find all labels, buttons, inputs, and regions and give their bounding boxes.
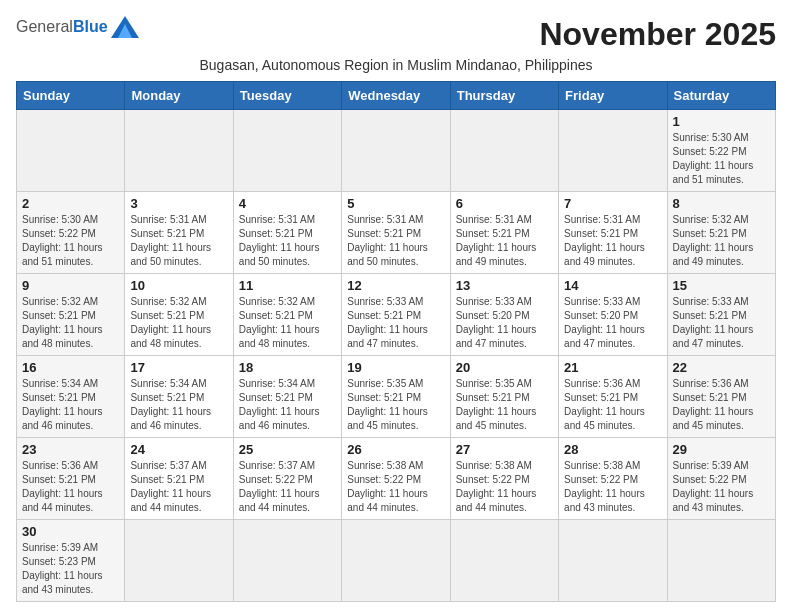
day-number: 23 xyxy=(22,442,119,457)
calendar-week-row: 2Sunrise: 5:30 AM Sunset: 5:22 PM Daylig… xyxy=(17,192,776,274)
day-number: 2 xyxy=(22,196,119,211)
logo-icon xyxy=(111,16,139,38)
day-info: Sunrise: 5:34 AM Sunset: 5:21 PM Dayligh… xyxy=(130,377,227,433)
day-info: Sunrise: 5:31 AM Sunset: 5:21 PM Dayligh… xyxy=(130,213,227,269)
day-info: Sunrise: 5:32 AM Sunset: 5:21 PM Dayligh… xyxy=(673,213,770,269)
day-number: 30 xyxy=(22,524,119,539)
day-info: Sunrise: 5:31 AM Sunset: 5:21 PM Dayligh… xyxy=(456,213,553,269)
day-info: Sunrise: 5:31 AM Sunset: 5:21 PM Dayligh… xyxy=(347,213,444,269)
calendar-day-9: 9Sunrise: 5:32 AM Sunset: 5:21 PM Daylig… xyxy=(17,274,125,356)
calendar-header-thursday: Thursday xyxy=(450,82,558,110)
day-info: Sunrise: 5:34 AM Sunset: 5:21 PM Dayligh… xyxy=(22,377,119,433)
day-number: 27 xyxy=(456,442,553,457)
day-number: 24 xyxy=(130,442,227,457)
calendar-day-25: 25Sunrise: 5:37 AM Sunset: 5:22 PM Dayli… xyxy=(233,438,341,520)
day-number: 11 xyxy=(239,278,336,293)
day-number: 8 xyxy=(673,196,770,211)
calendar-empty-cell xyxy=(17,110,125,192)
day-info: Sunrise: 5:36 AM Sunset: 5:21 PM Dayligh… xyxy=(673,377,770,433)
day-number: 21 xyxy=(564,360,661,375)
day-number: 7 xyxy=(564,196,661,211)
calendar-day-26: 26Sunrise: 5:38 AM Sunset: 5:22 PM Dayli… xyxy=(342,438,450,520)
day-info: Sunrise: 5:33 AM Sunset: 5:20 PM Dayligh… xyxy=(456,295,553,351)
day-info: Sunrise: 5:37 AM Sunset: 5:21 PM Dayligh… xyxy=(130,459,227,515)
calendar-day-17: 17Sunrise: 5:34 AM Sunset: 5:21 PM Dayli… xyxy=(125,356,233,438)
day-number: 13 xyxy=(456,278,553,293)
day-info: Sunrise: 5:36 AM Sunset: 5:21 PM Dayligh… xyxy=(22,459,119,515)
day-number: 18 xyxy=(239,360,336,375)
day-info: Sunrise: 5:31 AM Sunset: 5:21 PM Dayligh… xyxy=(239,213,336,269)
day-number: 16 xyxy=(22,360,119,375)
subtitle: Bugasan, Autonomous Region in Muslim Min… xyxy=(16,57,776,73)
calendar-header-monday: Monday xyxy=(125,82,233,110)
day-info: Sunrise: 5:37 AM Sunset: 5:22 PM Dayligh… xyxy=(239,459,336,515)
month-title: November 2025 xyxy=(539,16,776,53)
day-info: Sunrise: 5:39 AM Sunset: 5:23 PM Dayligh… xyxy=(22,541,119,597)
day-number: 28 xyxy=(564,442,661,457)
day-number: 10 xyxy=(130,278,227,293)
calendar-empty-cell xyxy=(450,110,558,192)
calendar-day-12: 12Sunrise: 5:33 AM Sunset: 5:21 PM Dayli… xyxy=(342,274,450,356)
logo-general-text: General xyxy=(16,18,73,36)
calendar-day-1: 1Sunrise: 5:30 AM Sunset: 5:22 PM Daylig… xyxy=(667,110,775,192)
day-info: Sunrise: 5:33 AM Sunset: 5:21 PM Dayligh… xyxy=(347,295,444,351)
calendar-empty-cell xyxy=(667,520,775,602)
calendar-day-27: 27Sunrise: 5:38 AM Sunset: 5:22 PM Dayli… xyxy=(450,438,558,520)
calendar-day-19: 19Sunrise: 5:35 AM Sunset: 5:21 PM Dayli… xyxy=(342,356,450,438)
calendar-empty-cell xyxy=(233,520,341,602)
day-info: Sunrise: 5:33 AM Sunset: 5:20 PM Dayligh… xyxy=(564,295,661,351)
calendar-empty-cell xyxy=(559,110,667,192)
day-info: Sunrise: 5:32 AM Sunset: 5:21 PM Dayligh… xyxy=(239,295,336,351)
calendar-day-24: 24Sunrise: 5:37 AM Sunset: 5:21 PM Dayli… xyxy=(125,438,233,520)
calendar-day-21: 21Sunrise: 5:36 AM Sunset: 5:21 PM Dayli… xyxy=(559,356,667,438)
calendar-header-tuesday: Tuesday xyxy=(233,82,341,110)
calendar-week-row: 16Sunrise: 5:34 AM Sunset: 5:21 PM Dayli… xyxy=(17,356,776,438)
header: General Blue November 2025 xyxy=(16,16,776,53)
day-info: Sunrise: 5:35 AM Sunset: 5:21 PM Dayligh… xyxy=(347,377,444,433)
day-number: 14 xyxy=(564,278,661,293)
day-number: 5 xyxy=(347,196,444,211)
calendar-day-16: 16Sunrise: 5:34 AM Sunset: 5:21 PM Dayli… xyxy=(17,356,125,438)
day-number: 6 xyxy=(456,196,553,211)
day-number: 20 xyxy=(456,360,553,375)
calendar-empty-cell xyxy=(450,520,558,602)
calendar-day-30: 30Sunrise: 5:39 AM Sunset: 5:23 PM Dayli… xyxy=(17,520,125,602)
day-info: Sunrise: 5:38 AM Sunset: 5:22 PM Dayligh… xyxy=(456,459,553,515)
day-number: 4 xyxy=(239,196,336,211)
calendar-day-3: 3Sunrise: 5:31 AM Sunset: 5:21 PM Daylig… xyxy=(125,192,233,274)
day-number: 1 xyxy=(673,114,770,129)
day-info: Sunrise: 5:32 AM Sunset: 5:21 PM Dayligh… xyxy=(22,295,119,351)
day-number: 29 xyxy=(673,442,770,457)
day-info: Sunrise: 5:33 AM Sunset: 5:21 PM Dayligh… xyxy=(673,295,770,351)
calendar-day-10: 10Sunrise: 5:32 AM Sunset: 5:21 PM Dayli… xyxy=(125,274,233,356)
calendar-day-6: 6Sunrise: 5:31 AM Sunset: 5:21 PM Daylig… xyxy=(450,192,558,274)
calendar-week-row: 9Sunrise: 5:32 AM Sunset: 5:21 PM Daylig… xyxy=(17,274,776,356)
calendar-day-29: 29Sunrise: 5:39 AM Sunset: 5:22 PM Dayli… xyxy=(667,438,775,520)
calendar-day-8: 8Sunrise: 5:32 AM Sunset: 5:21 PM Daylig… xyxy=(667,192,775,274)
day-info: Sunrise: 5:38 AM Sunset: 5:22 PM Dayligh… xyxy=(564,459,661,515)
calendar-empty-cell xyxy=(559,520,667,602)
calendar-header-saturday: Saturday xyxy=(667,82,775,110)
calendar-day-13: 13Sunrise: 5:33 AM Sunset: 5:20 PM Dayli… xyxy=(450,274,558,356)
calendar-week-row: 30Sunrise: 5:39 AM Sunset: 5:23 PM Dayli… xyxy=(17,520,776,602)
day-info: Sunrise: 5:36 AM Sunset: 5:21 PM Dayligh… xyxy=(564,377,661,433)
calendar-header-sunday: Sunday xyxy=(17,82,125,110)
day-info: Sunrise: 5:34 AM Sunset: 5:21 PM Dayligh… xyxy=(239,377,336,433)
calendar-day-11: 11Sunrise: 5:32 AM Sunset: 5:21 PM Dayli… xyxy=(233,274,341,356)
day-info: Sunrise: 5:32 AM Sunset: 5:21 PM Dayligh… xyxy=(130,295,227,351)
calendar-day-15: 15Sunrise: 5:33 AM Sunset: 5:21 PM Dayli… xyxy=(667,274,775,356)
calendar-day-20: 20Sunrise: 5:35 AM Sunset: 5:21 PM Dayli… xyxy=(450,356,558,438)
calendar-header-row: SundayMondayTuesdayWednesdayThursdayFrid… xyxy=(17,82,776,110)
calendar-empty-cell xyxy=(125,520,233,602)
day-number: 19 xyxy=(347,360,444,375)
calendar-header-wednesday: Wednesday xyxy=(342,82,450,110)
day-info: Sunrise: 5:38 AM Sunset: 5:22 PM Dayligh… xyxy=(347,459,444,515)
logo: General Blue xyxy=(16,16,139,38)
calendar-empty-cell xyxy=(342,110,450,192)
calendar-empty-cell xyxy=(125,110,233,192)
calendar-day-28: 28Sunrise: 5:38 AM Sunset: 5:22 PM Dayli… xyxy=(559,438,667,520)
day-number: 17 xyxy=(130,360,227,375)
logo-blue-text: Blue xyxy=(73,18,108,36)
day-number: 25 xyxy=(239,442,336,457)
calendar-table: SundayMondayTuesdayWednesdayThursdayFrid… xyxy=(16,81,776,602)
